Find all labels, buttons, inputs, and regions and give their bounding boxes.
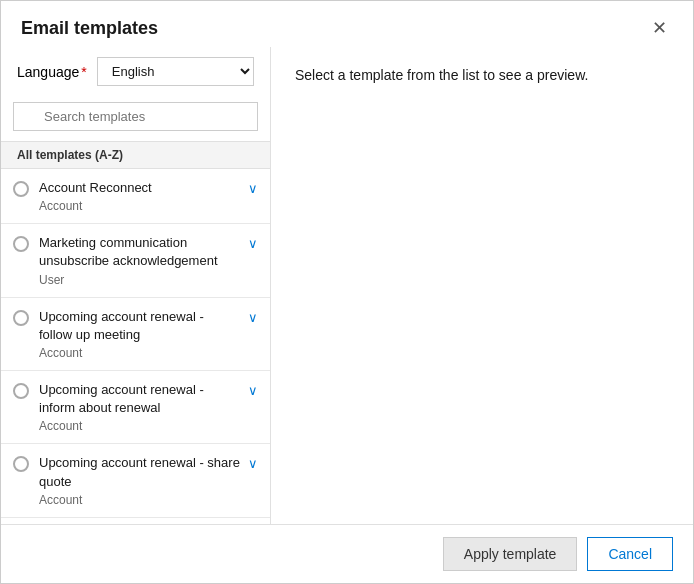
email-templates-dialog: Email templates ✕ Language* English Fren… [0,0,694,584]
language-select[interactable]: English French Spanish German [97,57,254,86]
chevron-down-icon-3: ∨ [248,383,258,398]
template-name-2: Upcoming account renewal - follow up mee… [39,308,240,344]
dialog-body: Language* English French Spanish German … [1,47,693,524]
chevron-down-icon-2: ∨ [248,310,258,325]
required-indicator: * [81,64,86,80]
search-input[interactable] [13,102,258,131]
chevron-down-icon-0: ∨ [248,181,258,196]
close-button[interactable]: ✕ [646,17,673,39]
chevron-down-icon-4: ∨ [248,456,258,471]
dialog-footer: Apply template Cancel [1,524,693,583]
list-item[interactable]: Account Reconnect Account ∨ [1,169,270,224]
template-category-0: Account [39,199,240,213]
language-label: Language* [17,64,87,80]
list-item[interactable]: Upcoming account renewal - inform about … [1,371,270,444]
list-item[interactable]: Upcoming account renewal - follow up mee… [1,298,270,371]
template-text-4: Upcoming account renewal - share quote A… [39,454,240,506]
template-name-4: Upcoming account renewal - share quote [39,454,240,490]
preview-placeholder-text: Select a template from the list to see a… [295,67,669,83]
dialog-title: Email templates [21,18,158,39]
chevron-down-icon-1: ∨ [248,236,258,251]
right-panel: Select a template from the list to see a… [271,47,693,524]
template-radio-2[interactable] [13,310,29,326]
template-category-2: Account [39,346,240,360]
template-radio-4[interactable] [13,456,29,472]
list-item[interactable]: Upcoming account renewal - share quote A… [1,444,270,517]
template-category-3: Account [39,419,240,433]
template-text-1: Marketing communication unsubscribe ackn… [39,234,240,286]
template-text-2: Upcoming account renewal - follow up mee… [39,308,240,360]
list-item[interactable]: Marketing communication unsubscribe ackn… [1,224,270,297]
search-box-wrap: 🔍 [1,96,270,141]
template-category-4: Account [39,493,240,507]
template-category-1: User [39,273,240,287]
template-text-3: Upcoming account renewal - inform about … [39,381,240,433]
template-radio-0[interactable] [13,181,29,197]
template-radio-3[interactable] [13,383,29,399]
dialog-header: Email templates ✕ [1,1,693,47]
templates-section-header: All templates (A-Z) [1,141,270,169]
left-panel: Language* English French Spanish German … [1,47,271,524]
cancel-button[interactable]: Cancel [587,537,673,571]
templates-list: Account Reconnect Account ∨ Marketing co… [1,169,270,524]
template-name-3: Upcoming account renewal - inform about … [39,381,240,417]
search-wrap: 🔍 [13,102,258,131]
language-row: Language* English French Spanish German [1,47,270,96]
template-name-1: Marketing communication unsubscribe ackn… [39,234,240,270]
template-name-0: Account Reconnect [39,179,240,197]
template-text-0: Account Reconnect Account [39,179,240,213]
apply-template-button[interactable]: Apply template [443,537,578,571]
template-radio-1[interactable] [13,236,29,252]
